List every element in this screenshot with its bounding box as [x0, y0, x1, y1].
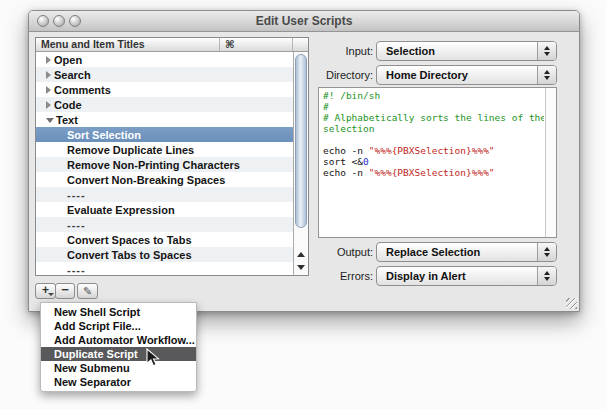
menu-item[interactable]: Add Automator Workflow...	[41, 333, 196, 347]
disclosure-collapsed-icon[interactable]	[46, 101, 51, 109]
list-row[interactable]: Convert Tabs to Spaces	[36, 247, 293, 262]
menu-item[interactable]: New Shell Script	[41, 305, 196, 319]
popup-stepper-icon	[537, 42, 556, 60]
minimize-button[interactable]	[53, 15, 65, 27]
list-row[interactable]: Sort Selection	[36, 127, 293, 142]
disclosure-collapsed-icon[interactable]	[46, 71, 51, 79]
add-menu-caret-icon	[48, 293, 54, 296]
disclosure-collapsed-icon[interactable]	[46, 86, 51, 94]
list-row[interactable]: Remove Non-Printing Characters	[36, 157, 293, 172]
resize-grip[interactable]	[566, 298, 577, 309]
add-script-menu: New Shell ScriptAdd Script File...Add Au…	[40, 302, 197, 392]
directory-popup[interactable]: Home Directory	[376, 65, 557, 85]
minus-icon: −	[61, 282, 69, 297]
zoom-button[interactable]	[69, 15, 81, 27]
mouse-cursor	[146, 348, 162, 368]
list-row[interactable]: Convert Non-Breaking Spaces	[36, 172, 293, 187]
pencil-icon: ✎	[83, 285, 92, 298]
list-row[interactable]: Remove Duplicate Lines	[36, 142, 293, 157]
list-row-label: Remove Non-Printing Characters	[67, 159, 240, 171]
list-row-label: Remove Duplicate Lines	[67, 144, 194, 156]
input-popup[interactable]: Selection	[376, 41, 557, 61]
close-button[interactable]	[37, 15, 49, 27]
popup-stepper-icon	[537, 243, 556, 261]
list-row-label: Evaluate Expression	[67, 204, 175, 216]
menu-item[interactable]: Add Script File...	[41, 319, 196, 333]
edit-script-button[interactable]: ✎	[77, 283, 98, 299]
input-popup-value: Selection	[386, 42, 435, 60]
code-line: echo -n "%%%{PBXSelection}%%%"	[323, 167, 544, 178]
edit-user-scripts-window: Edit User Scripts Menu and Item Titles ⌘…	[28, 10, 580, 312]
disclosure-collapsed-icon[interactable]	[46, 56, 51, 64]
list-row[interactable]: Evaluate Expression	[36, 202, 293, 217]
errors-label: Errors:	[259, 266, 373, 286]
input-label: Input:	[259, 41, 373, 61]
disclosure-expanded-icon[interactable]	[46, 118, 54, 123]
errors-popup-value: Display in Alert	[386, 267, 466, 285]
list-row-label: Comments	[54, 84, 111, 96]
remove-script-button[interactable]: −	[55, 283, 75, 299]
script-editor[interactable]: #! /bin/sh## Alphabetically sorts the li…	[318, 87, 557, 238]
list-row-label: Convert Tabs to Spaces	[67, 249, 192, 261]
code-line: echo -n "%%%{PBXSelection}%%%"	[323, 145, 544, 156]
list-row-label: ----	[67, 189, 86, 201]
list-row[interactable]: ----	[36, 262, 293, 275]
list-row-label: Sort Selection	[67, 129, 141, 141]
list-row-label: Text	[56, 114, 78, 126]
list-row-label: Convert Spaces to Tabs	[67, 234, 192, 246]
column-header-menu-titles[interactable]: Menu and Item Titles	[36, 38, 220, 51]
menu-item[interactable]: New Submenu	[41, 361, 196, 375]
list-rows: OpenSearchCommentsCodeTextSort Selection…	[36, 52, 293, 275]
directory-popup-value: Home Directory	[386, 66, 468, 84]
script-code[interactable]: #! /bin/sh## Alphabetically sorts the li…	[323, 90, 544, 237]
list-row-label: Convert Non-Breaking Spaces	[67, 174, 225, 186]
list-row[interactable]: Open	[36, 52, 293, 67]
list-row[interactable]: Search	[36, 67, 293, 82]
desktop: Edit User Scripts Menu and Item Titles ⌘…	[0, 0, 606, 409]
menu-item[interactable]: New Separator	[41, 375, 196, 389]
window-title: Edit User Scripts	[29, 11, 579, 32]
code-line: selection	[323, 123, 544, 134]
output-popup-value: Replace Selection	[386, 243, 480, 261]
directory-label: Directory:	[259, 65, 373, 85]
add-script-button[interactable]: +	[35, 283, 56, 299]
code-line: sort <&0	[323, 156, 544, 167]
output-popup[interactable]: Replace Selection	[376, 242, 557, 262]
list-row-label: ----	[67, 264, 86, 276]
list-row[interactable]: Text	[36, 112, 293, 127]
list-row[interactable]: Convert Spaces to Tabs	[36, 232, 293, 247]
list-row[interactable]: Code	[36, 97, 293, 112]
output-label: Output:	[259, 242, 373, 262]
popup-stepper-icon	[537, 267, 556, 285]
popup-stepper-icon	[537, 66, 556, 84]
code-line: #! /bin/sh	[323, 90, 544, 101]
list-row[interactable]: Comments	[36, 82, 293, 97]
code-line	[323, 134, 544, 145]
code-line: # Alphabetically sorts the lines of the	[323, 112, 544, 123]
errors-popup[interactable]: Display in Alert	[376, 266, 557, 286]
window-titlebar[interactable]: Edit User Scripts	[29, 11, 579, 32]
list-row-label: ----	[67, 219, 86, 231]
menu-item[interactable]: Duplicate Script	[41, 347, 196, 361]
window-content: Menu and Item Titles ⌘ OpenSearchComment…	[29, 33, 579, 311]
list-row-label: Open	[54, 54, 82, 66]
list-row[interactable]: ----	[36, 187, 293, 202]
code-line: #	[323, 101, 544, 112]
window-controls	[37, 15, 81, 27]
list-row-label: Code	[54, 99, 82, 111]
editor-scrollbar[interactable]	[545, 88, 556, 237]
list-row-label: Search	[54, 69, 91, 81]
list-row[interactable]: ----	[36, 217, 293, 232]
